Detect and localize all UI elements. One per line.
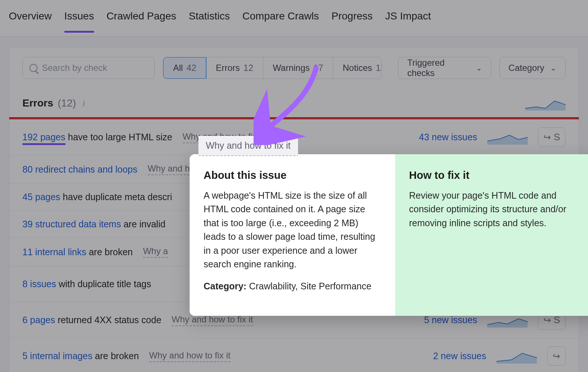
issue-text: 11 internal links are broken: [22, 247, 133, 257]
why-link[interactable]: Why and how to fix it: [149, 350, 230, 362]
tooltip-category-value: Crawlability, Site Performance: [247, 281, 372, 291]
tooltip-fix-body: Review your page's HTML code and conside…: [409, 189, 587, 230]
segment-label: Warnings: [273, 63, 309, 73]
share-button[interactable]: ↪ S: [538, 127, 566, 147]
section-count: (12): [58, 97, 76, 109]
tab-overview[interactable]: Overview: [9, 10, 52, 32]
section-title: Errors: [22, 97, 53, 109]
search-icon: [29, 64, 37, 72]
new-issues-link[interactable]: 43 new issues: [419, 132, 477, 142]
issue-link[interactable]: 39 structured data items: [22, 219, 121, 229]
triggered-checks-dropdown[interactable]: Triggered checks ⌄: [398, 57, 491, 79]
tab-progress[interactable]: Progress: [331, 10, 373, 32]
search-input[interactable]: Search by check: [22, 57, 155, 79]
issue-text: 45 pages have duplicate meta descri: [22, 192, 172, 202]
errors-section-header: Errors (12) i: [9, 89, 579, 117]
issue-text: 80 redirect chains and loops: [22, 164, 137, 175]
section-sparkline: [525, 96, 566, 111]
issue-rest: are invalid: [121, 219, 165, 229]
issue-link[interactable]: 45 pages: [22, 192, 60, 202]
segment-count: 17: [313, 63, 323, 73]
segment-label: Notices: [343, 63, 372, 73]
chevron-down-icon: ⌄: [476, 64, 482, 72]
share-icon: ↪: [544, 315, 551, 325]
share-icon: ↪: [553, 351, 560, 361]
segment-label: Errors: [216, 63, 240, 73]
issue-tooltip: About this issue A webpage's HTML size i…: [190, 154, 588, 316]
filters-row: Search by check All 42 Errors 12 Warning…: [9, 57, 579, 89]
tooltip-about-column: About this issue A webpage's HTML size i…: [190, 154, 395, 316]
tab-js-impact[interactable]: JS Impact: [385, 10, 431, 32]
issue-link[interactable]: 11 internal links: [22, 247, 86, 257]
tooltip-category: Category: Crawlability, Site Performance: [204, 279, 381, 293]
issue-link[interactable]: 5 internal images: [22, 351, 92, 361]
issue-text: 192 pages have too large HTML size: [22, 132, 172, 142]
segment-errors[interactable]: Errors 12: [206, 57, 263, 79]
row-sparkline: [487, 130, 528, 145]
why-link[interactable]: Why a: [143, 246, 168, 258]
issue-text: 8 issues with duplicate title tags: [22, 279, 151, 289]
issue-link[interactable]: 80 redirect chains and loops: [22, 164, 137, 174]
segment-warnings[interactable]: Warnings 17: [263, 57, 333, 79]
tab-issues[interactable]: Issues: [64, 10, 94, 32]
search-placeholder: Search by check: [42, 63, 107, 73]
nav-tabs: Overview Issues Crawled Pages Statistics…: [0, 0, 588, 37]
tooltip-category-label: Category:: [204, 281, 247, 291]
segment-count: 42: [187, 63, 197, 73]
tooltip-about-body: A webpage's HTML size is the size of all…: [204, 189, 381, 271]
issue-rest: are broken: [92, 351, 139, 361]
category-dropdown[interactable]: Category ⌄: [499, 57, 566, 79]
tab-compare-crawls[interactable]: Compare Crawls: [243, 10, 319, 32]
issue-rest: returned 4XX status code: [55, 315, 161, 325]
issue-rest: are broken: [86, 247, 133, 257]
new-issues-link[interactable]: 2 new issues: [433, 351, 486, 361]
tooltip-fix-column: How to fix it Review your page's HTML co…: [395, 154, 588, 316]
issue-rest: have duplicate meta descri: [60, 192, 172, 202]
segment-label: All: [173, 63, 183, 73]
tab-statistics[interactable]: Statistics: [189, 10, 230, 32]
issue-row: 5 internal images are broken Why and how…: [9, 338, 579, 372]
issue-link[interactable]: 192 pages: [22, 132, 65, 145]
share-button[interactable]: ↪: [547, 346, 566, 366]
row-sparkline: [496, 349, 537, 364]
chevron-down-icon: ⌄: [550, 64, 556, 72]
segment-notices[interactable]: Notices 13: [333, 57, 382, 79]
new-issues-link[interactable]: 5 new issues: [424, 315, 477, 325]
segment-all[interactable]: All 42: [163, 57, 207, 79]
severity-segments: All 42 Errors 12 Warnings 17 Notices 13: [163, 57, 382, 79]
dropdown-label: Triggered checks: [407, 58, 470, 78]
issue-rest: with duplicate title tags: [56, 279, 151, 289]
segment-count: 12: [244, 63, 254, 73]
issue-link[interactable]: 8 issues: [22, 279, 56, 289]
issue-text: 39 structured data items are invalid: [22, 219, 165, 230]
tab-crawled-pages[interactable]: Crawled Pages: [107, 10, 176, 32]
why-link-highlighted[interactable]: Why and how to fix it: [198, 136, 298, 156]
issue-text: 6 pages returned 4XX status code: [22, 315, 161, 325]
why-link[interactable]: Why and how to fix it: [172, 314, 253, 326]
issue-rest: have too large HTML size: [65, 132, 172, 142]
share-icon: ↪: [544, 132, 551, 142]
dropdown-label: Category: [509, 63, 544, 73]
info-icon[interactable]: i: [83, 98, 85, 108]
issue-link[interactable]: 6 pages: [22, 315, 55, 325]
tooltip-fix-title: How to fix it: [409, 167, 587, 184]
tooltip-about-title: About this issue: [204, 167, 381, 184]
segment-count: 13: [376, 63, 382, 73]
issue-text: 5 internal images are broken: [22, 351, 139, 361]
